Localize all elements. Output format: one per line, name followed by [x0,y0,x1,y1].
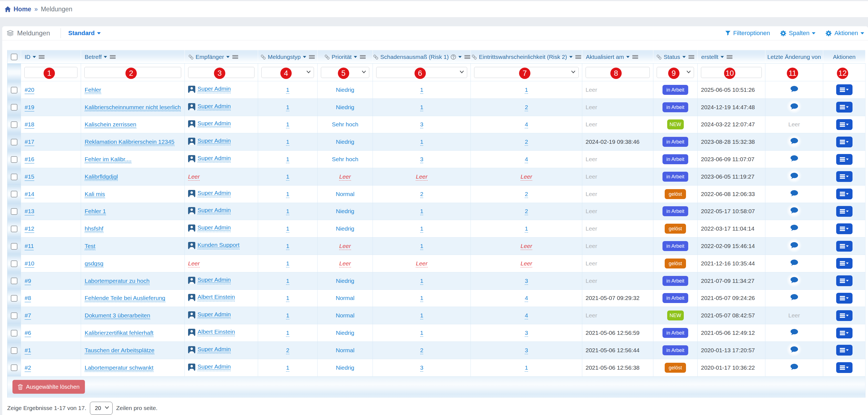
row-checkbox[interactable] [11,278,18,284]
column-header-meldungstyp[interactable]: Meldungstyp [258,50,317,64]
cell-risk1-empty-link[interactable]: Leer [416,260,427,267]
empfaenger-link[interactable]: Super Admin [197,86,231,93]
sort-caret-icon[interactable] [226,56,229,58]
row-actions-button[interactable] [836,84,852,95]
column-menu-icon[interactable] [110,55,116,59]
risk2-link[interactable]: 4 [525,312,528,319]
risk1-link[interactable]: 1 [420,312,424,319]
meldungstyp-link[interactable]: 1 [286,260,289,267]
row-checkbox[interactable] [11,208,18,215]
column-header-erstellt[interactable]: erstellt [698,50,765,64]
id-link[interactable]: #14 [25,191,34,198]
id-link[interactable]: #20 [25,87,34,94]
meldungstyp-link[interactable]: 1 [286,295,289,302]
meldungstyp-link[interactable]: 1 [286,191,289,198]
betreff-link[interactable]: Kalischein zerrissen [85,121,136,129]
empfaenger-link[interactable]: Super Admin [197,363,231,371]
row-actions-button[interactable] [836,276,852,286]
empfaenger-link[interactable]: Super Admin [197,137,231,145]
sort-caret-icon[interactable] [720,56,724,58]
risk2-link[interactable]: 1 [525,364,528,372]
comment-bubble-button[interactable] [790,346,798,353]
comment-bubble-button[interactable] [790,224,798,231]
id-link[interactable]: #2 [25,364,31,372]
comment-bubble-button[interactable] [790,329,798,336]
meldungstyp-link[interactable]: 1 [286,278,289,285]
row-actions-button[interactable] [836,136,852,147]
row-actions-button[interactable] [836,154,852,165]
empfaenger-link[interactable]: Super Admin [197,224,231,232]
risk2-link[interactable]: 3 [525,347,528,354]
row-checkbox[interactable] [11,260,18,267]
sort-caret-icon[interactable] [569,56,572,58]
row-actions-button[interactable] [836,119,852,130]
cell-risk2-empty-link[interactable]: Leer [521,173,532,181]
id-link[interactable]: #8 [25,295,31,302]
comment-bubble-button[interactable] [790,363,798,371]
column-header-empfaenger[interactable]: Empfänger [185,50,258,64]
column-header-aktualisiert[interactable]: Aktualisiert am [582,50,653,64]
empfaenger-link[interactable]: Super Admin [197,277,231,284]
empfaenger-link[interactable]: Super Admin [197,190,231,197]
betreff-link[interactable]: Labortemperatur schwankt [85,364,154,372]
risk1-link[interactable]: 1 [420,87,424,94]
meldungstyp-link[interactable]: 1 [286,121,289,128]
risk2-link[interactable]: 2 [525,138,528,146]
row-checkbox[interactable] [11,226,18,232]
risk2-link[interactable]: 2 [525,191,528,198]
betreff-link[interactable]: Fehler [85,87,101,94]
betreff-link[interactable]: Kalibrierscheinnummer nicht leserlich [85,104,181,111]
risk2-link[interactable]: 2 [525,104,528,111]
row-actions-button[interactable] [836,223,852,234]
id-link[interactable]: #16 [25,156,34,163]
id-link[interactable]: #19 [25,104,34,111]
meldungstyp-link[interactable]: 1 [286,225,289,232]
row-actions-button[interactable] [836,171,852,182]
cell-empfaenger-empty-link[interactable]: Leer [188,173,200,181]
row-checkbox[interactable] [11,121,18,128]
risk1-link[interactable]: 1 [420,104,424,111]
cell-risk1-empty-link[interactable]: Leer [416,173,427,181]
empfaenger-link[interactable]: Super Admin [197,155,231,163]
row-checkbox[interactable] [11,139,18,146]
empfaenger-link[interactable]: Albert Einstein [197,328,235,336]
row-checkbox[interactable] [11,364,18,371]
row-actions-button[interactable] [836,102,852,113]
sort-caret-icon[interactable] [458,56,462,58]
risk2-link[interactable]: 3 [525,278,528,285]
row-actions-button[interactable] [836,310,852,321]
filter-options-button[interactable]: Filteroptionen [725,30,770,37]
row-checkbox[interactable] [11,87,18,93]
betreff-link[interactable]: Fehler 1 [85,208,106,215]
meldungstyp-link[interactable]: 1 [286,329,289,337]
empfaenger-link[interactable]: Super Admin [197,311,231,319]
betreff-link[interactable]: Labortemperatur zu hoch [85,278,150,285]
id-link[interactable]: #9 [25,278,31,285]
column-menu-icon[interactable] [464,55,470,59]
comment-bubble-button[interactable] [790,259,798,266]
risk2-link[interactable]: 4 [525,156,528,163]
row-actions-button[interactable] [836,362,852,373]
cell-empfaenger-empty-link[interactable]: Leer [188,260,200,267]
risk1-link[interactable]: 2 [420,347,424,354]
comment-bubble-button[interactable] [790,242,798,249]
row-actions-button[interactable] [836,241,852,252]
id-link[interactable]: #17 [25,138,34,146]
id-link[interactable]: #6 [25,329,31,337]
empfaenger-link[interactable]: Super Admin [197,207,231,215]
cell-risk2-empty-link[interactable]: Leer [521,243,532,250]
row-actions-button[interactable] [836,258,852,269]
columns-dropdown[interactable]: Spalten [780,30,816,37]
risk2-link[interactable]: 1 [525,225,528,232]
sort-caret-icon[interactable] [682,56,686,58]
id-link[interactable]: #18 [25,121,34,129]
betreff-link[interactable]: Test [85,243,95,250]
cell-risk2-empty-link[interactable]: Leer [521,260,532,267]
comment-bubble-button[interactable] [790,86,798,93]
column-header-status[interactable]: Status [653,50,698,64]
row-actions-button[interactable] [836,293,852,304]
risk1-link[interactable]: 1 [420,329,424,337]
row-actions-button[interactable] [836,206,852,217]
view-select-dropdown[interactable]: Standard [68,30,101,37]
row-checkbox[interactable] [11,312,18,319]
